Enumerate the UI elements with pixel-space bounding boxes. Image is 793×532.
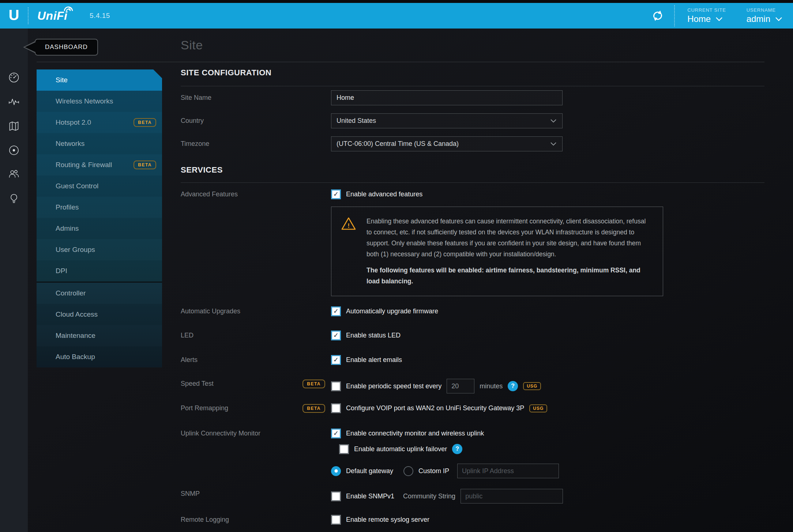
- page-title: Site: [181, 38, 203, 52]
- timezone-select[interactable]: (UTC-06:00) Central Time (US & Canada): [331, 136, 563, 151]
- usg-badge: USG: [523, 382, 541, 390]
- checkbox-label: Enable remote syslog server: [346, 516, 429, 524]
- username-label: USERNAME: [747, 7, 782, 13]
- devices-icon[interactable]: [8, 144, 20, 156]
- custom-ip-radio[interactable]: [403, 466, 413, 476]
- menu-item-user-groups[interactable]: User Groups: [37, 239, 162, 260]
- menu-item-hotspot[interactable]: Hotspot 2.0BETA: [37, 112, 162, 133]
- site-name-input[interactable]: [331, 90, 563, 105]
- uplink-failover-checkbox-row[interactable]: Enable automatic uplink failover ?: [339, 444, 559, 454]
- chevron-down-icon: [716, 17, 722, 21]
- automatic-upgrades-label: Automatic Upgrades: [181, 306, 331, 316]
- dashboard-icon[interactable]: [8, 72, 20, 83]
- beta-badge: BETA: [302, 404, 325, 413]
- chevron-down-icon: [550, 119, 556, 123]
- username-dropdown[interactable]: USERNAME admin: [747, 7, 782, 24]
- site-name-label: Site Name: [181, 94, 331, 102]
- country-select[interactable]: United States: [331, 113, 563, 128]
- ubiquiti-u-icon: U: [9, 8, 19, 22]
- menu-item-dpi[interactable]: DPI: [37, 260, 162, 282]
- checkbox-label: Automatically upgrade firmware: [346, 307, 438, 315]
- port-remapping-label: Port Remapping BETA: [181, 403, 331, 413]
- snmp-label: SNMP: [181, 489, 331, 499]
- statistics-icon[interactable]: [8, 96, 20, 107]
- auto-upgrade-checkbox-row[interactable]: ✓ Automatically upgrade firmware: [331, 306, 438, 316]
- remote-logging-label: Remote Logging: [181, 515, 331, 525]
- default-gateway-radio[interactable]: [331, 466, 341, 476]
- speed-test-interval-input[interactable]: [447, 379, 474, 393]
- menu-item-profiles[interactable]: Profiles: [37, 197, 162, 218]
- uplink-ip-radio-group: Default gateway Custom IP: [331, 464, 559, 478]
- port-remapping-row: Port Remapping BETA Configure VOIP port …: [181, 403, 547, 413]
- menu-item-auto-backup[interactable]: Auto Backup: [37, 346, 162, 367]
- checkbox-unchecked-icon[interactable]: [331, 381, 341, 391]
- version-text: 5.4.15: [90, 12, 110, 20]
- checkbox-checked-icon[interactable]: ✓: [331, 355, 341, 365]
- radio-label: Custom IP: [418, 467, 449, 475]
- menu-item-wireless-networks[interactable]: Wireless Networks: [37, 91, 162, 112]
- chevron-down-icon: [775, 17, 782, 21]
- speed-test-label: Speed Test BETA: [181, 379, 331, 389]
- section-divider: [181, 86, 764, 86]
- menu-item-networks[interactable]: Networks: [37, 133, 162, 154]
- beta-badge: BETA: [134, 118, 156, 127]
- insights-icon[interactable]: [8, 193, 20, 204]
- menu-item-guest-control[interactable]: Guest Control: [37, 176, 162, 197]
- help-icon[interactable]: ?: [452, 444, 462, 454]
- community-string-input[interactable]: [461, 489, 563, 503]
- settings-menu: Site Wireless Networks Hotspot 2.0BETA N…: [37, 69, 162, 367]
- ubiquiti-logo-button[interactable]: U: [0, 3, 28, 29]
- topbar: U UniFi® 5.4.15 CURRENT SITE Home USERNA…: [0, 3, 793, 29]
- country-label: Country: [181, 117, 331, 125]
- checkbox-checked-icon[interactable]: ✓: [331, 429, 341, 438]
- checkbox-unchecked-icon[interactable]: [331, 491, 341, 501]
- checkbox-checked-icon[interactable]: ✓: [331, 189, 341, 199]
- site-name-row: Site Name: [181, 90, 563, 105]
- menu-item-maintenance[interactable]: Maintenance: [37, 325, 162, 346]
- current-site-label: CURRENT SITE: [687, 7, 726, 13]
- radio-label: Default gateway: [346, 467, 393, 475]
- usg-badge: USG: [529, 404, 547, 412]
- checkbox-unchecked-icon[interactable]: [331, 403, 341, 413]
- menu-item-site[interactable]: Site: [37, 69, 162, 91]
- beta-badge: BETA: [134, 161, 156, 169]
- username-value: admin: [747, 14, 770, 24]
- current-site-dropdown[interactable]: CURRENT SITE Home: [687, 7, 726, 24]
- menu-item-admins[interactable]: Admins: [37, 218, 162, 239]
- registered-mark: ®: [68, 7, 71, 11]
- checkbox-label: Enable automatic uplink failover: [354, 445, 447, 453]
- services-heading: SERVICES: [181, 165, 223, 175]
- checkbox-checked-icon[interactable]: ✓: [331, 306, 341, 316]
- checkbox-unchecked-icon[interactable]: [331, 515, 341, 525]
- connectivity-monitor-checkbox-row[interactable]: ✓ Enable connectivity monitor and wirele…: [331, 429, 559, 438]
- checkbox-label: Enable periodic speed test every: [346, 382, 441, 390]
- uplink-ip-input[interactable]: [457, 464, 559, 478]
- alerts-label: Alerts: [181, 355, 331, 365]
- status-led-checkbox-row[interactable]: ✓ Enable status LED: [331, 331, 401, 340]
- current-site-value: Home: [687, 14, 711, 24]
- menu-item-cloud-access[interactable]: Cloud Access: [37, 304, 162, 325]
- led-label: LED: [181, 331, 331, 340]
- alert-emails-checkbox-row[interactable]: ✓ Enable alert emails: [331, 355, 402, 365]
- warning-text: Enabling these advanced features can cau…: [367, 216, 652, 260]
- country-value: United States: [337, 117, 376, 125]
- unifi-logo[interactable]: UniFi®: [37, 9, 75, 23]
- checkbox-label: Enable SNMPv1: [346, 493, 394, 500]
- clients-icon[interactable]: [8, 168, 20, 180]
- menu-item-controller[interactable]: Controller: [37, 283, 162, 304]
- refresh-icon[interactable]: [651, 9, 665, 23]
- advanced-features-warning: ! Enabling these advanced features can c…: [331, 207, 663, 296]
- checkbox-label: Enable connectivity monitor and wireless…: [346, 430, 484, 437]
- map-icon[interactable]: [8, 120, 20, 132]
- menu-item-routing-firewall[interactable]: Routing & FirewallBETA: [37, 154, 162, 176]
- uplink-monitor-label: Uplink Connectivity Monitor: [181, 429, 331, 438]
- enable-advanced-features-checkbox-row[interactable]: ✓ Enable advanced features: [331, 189, 422, 199]
- tooltip-text: DASHBOARD: [45, 44, 88, 51]
- checkbox-checked-icon[interactable]: ✓: [331, 331, 341, 340]
- timezone-row: Timezone (UTC-06:00) Central Time (US & …: [181, 136, 563, 151]
- checkbox-unchecked-icon[interactable]: [339, 444, 349, 454]
- snmp-row: SNMP Enable SNMPv1 Community String: [181, 489, 563, 503]
- left-icon-rail: [0, 29, 28, 532]
- minutes-label: minutes: [480, 382, 503, 390]
- help-icon[interactable]: ?: [508, 381, 518, 391]
